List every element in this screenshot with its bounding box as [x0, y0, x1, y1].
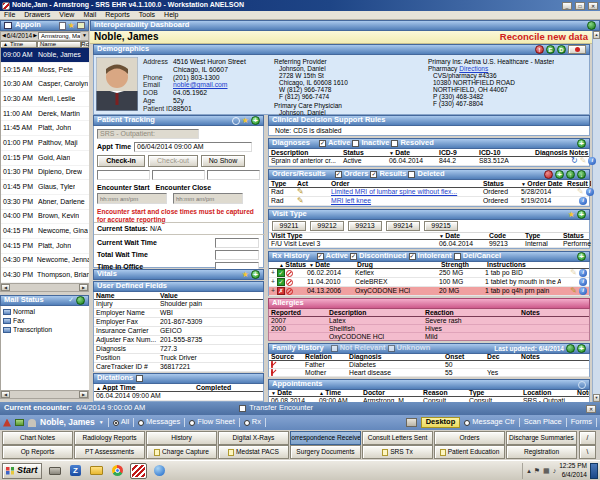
edit-icon[interactable] — [570, 269, 577, 277]
chrome-icon[interactable] — [109, 463, 126, 479]
encounter-close-input[interactable] — [173, 193, 243, 204]
visit-code-button[interactable]: 99211 — [272, 221, 306, 231]
tray-flag-icon[interactable]: ⚑ — [534, 467, 540, 475]
appointment-row[interactable]: 04:15 PMPlatt, John — [1, 239, 89, 254]
appointment-row[interactable]: 10:30 AMCasper, Carolyn — [1, 77, 89, 92]
col-header[interactable]: Order — [329, 180, 481, 188]
tray-volume-icon[interactable]: ♪ — [553, 467, 557, 475]
tab-digital-xrays[interactable]: Digital X-Rays — [218, 431, 289, 445]
tab-radiology-reports[interactable]: Radiology Reports — [74, 431, 145, 445]
edit-icon[interactable] — [580, 157, 587, 165]
appointment-row[interactable]: 09:00 AMNoble, James — [1, 48, 89, 63]
visit-code-button[interactable]: 99212 — [310, 221, 344, 231]
check-out-button[interactable]: Check-out — [148, 155, 198, 167]
appointment-row[interactable]: 04:30 PMThompson, Brian — [1, 268, 89, 283]
col-header[interactable]: Status — [481, 180, 519, 188]
next-day-button[interactable]: ▶ — [33, 33, 37, 39]
tab-backslash[interactable]: \ — [579, 445, 596, 459]
tab-patient-education[interactable]: Patient Education — [434, 445, 505, 459]
filter-all[interactable]: All — [113, 418, 129, 427]
reconcile-indicator-button[interactable] — [568, 45, 586, 54]
minimize-button[interactable]: _ — [562, 2, 572, 10]
appointment-row[interactable]: 10:30 AMMerli, Leslie — [1, 92, 89, 107]
udf-row[interactable]: Diagnosis727.3 — [94, 345, 263, 354]
appointment-row[interactable]: 03:30 PMAbner, Darlene — [1, 195, 89, 210]
rx-row[interactable]: 06.02.2014 Keflex 250 MG 1 tab po BID — [269, 269, 589, 278]
menu-drawers[interactable]: Drawers — [24, 11, 50, 19]
udf-row[interactable]: Insurance CarrierGEICO — [94, 327, 263, 336]
allergy-row[interactable]: OxyCODONE HCl Mild — [269, 333, 589, 341]
menu-file[interactable]: File — [4, 11, 15, 19]
filter-active-checkbox[interactable] — [317, 253, 324, 260]
history-sync-icon[interactable] — [566, 344, 575, 353]
start-button[interactable]: Start — [2, 463, 42, 479]
tab-chart-notes[interactable]: Chart Notes — [2, 431, 73, 445]
priority-icon[interactable] — [242, 117, 249, 125]
family-history-row[interactable]: Mother Heart disease 55 Yes — [269, 369, 589, 377]
import-icon[interactable]: ↑ — [566, 170, 575, 179]
tracking-field-3[interactable] — [207, 170, 260, 180]
order-link[interactable]: MRI left knee — [329, 197, 481, 205]
filter-delcancel-checkbox[interactable] — [454, 253, 461, 260]
encounter-start-input[interactable] — [97, 193, 167, 204]
scroll-left-icon[interactable]: ◀ — [1, 391, 10, 398]
add-icon[interactable] — [251, 116, 260, 125]
filter-orders-checkbox[interactable] — [335, 171, 342, 178]
tab-discharge-summaries[interactable]: Discharge Summaries — [506, 431, 577, 445]
col-header[interactable]: ICD-10 — [477, 149, 533, 157]
edit-icon[interactable] — [577, 188, 584, 196]
tracking-field-1[interactable] — [97, 170, 150, 180]
info-icon[interactable] — [579, 269, 587, 277]
internet-explorer-icon[interactable] — [151, 463, 168, 479]
info-icon[interactable] — [588, 157, 596, 165]
filter-intolerant-checkbox[interactable] — [409, 253, 416, 260]
folder-icon[interactable] — [15, 419, 24, 426]
info-icon[interactable] — [586, 188, 594, 196]
filter-inactive-checkbox[interactable] — [352, 140, 359, 147]
edit-icon[interactable] — [297, 188, 304, 196]
scroll-up-icon[interactable]: ▲ — [593, 31, 600, 39]
message-ctr-tab[interactable]: Message Ctr — [464, 418, 515, 427]
menu-tools[interactable]: Tools — [139, 11, 155, 19]
info-icon[interactable] — [579, 287, 587, 295]
appointment-row[interactable]: 01:30 PMDipieno, Drew — [1, 166, 89, 181]
srs-app-icon[interactable] — [130, 463, 147, 479]
tab-medstat-pacs[interactable]: Medstat PACS — [218, 445, 289, 459]
export-icon[interactable]: ↓ — [577, 170, 586, 179]
folder-icon[interactable] — [88, 463, 105, 479]
filter-messages[interactable]: Messages — [138, 418, 180, 427]
rx-row-intolerant[interactable]: 04.13.2006 OxyCODONE HCl 20 MG 1 tab po … — [269, 287, 589, 296]
col-header[interactable]: Description — [269, 149, 341, 157]
col-header[interactable]: ICD-9 — [437, 149, 477, 157]
filter-discontinued-checkbox[interactable] — [350, 253, 357, 260]
filter-results-checkbox[interactable] — [370, 171, 377, 178]
visit-code-button[interactable]: 99215 — [424, 221, 458, 231]
col-header[interactable]: Order Date — [519, 180, 565, 188]
col-header[interactable]: Reported — [269, 309, 327, 317]
refresh-icon[interactable] — [578, 381, 586, 389]
transfer-encounter-checkbox[interactable] — [239, 405, 246, 412]
col-header[interactable]: Act — [295, 180, 329, 188]
mail-status-item[interactable]: Transcription — [3, 325, 87, 334]
user-icon[interactable] — [28, 419, 36, 427]
close-encounter-icon[interactable]: ✕ — [586, 405, 596, 413]
clock-icon[interactable] — [232, 117, 240, 125]
col-header[interactable]: Strength — [439, 261, 485, 269]
desktop-monitor-icon[interactable] — [406, 418, 417, 427]
eligibility-status-icon[interactable]: E — [546, 45, 555, 54]
main-vscrollbar[interactable]: ▲ ▼ — [592, 31, 600, 402]
maximize-button[interactable]: □ — [575, 2, 585, 10]
appointment-row[interactable]: 11:00 AMDerek, Martin — [1, 107, 89, 122]
col-header[interactable]: Date — [269, 389, 317, 397]
col-header[interactable]: Status — [277, 261, 307, 269]
provider-dropdown[interactable]: Armstrong, Max — [38, 32, 81, 40]
tab-consult-letters-sent[interactable]: Consult Letters Sent — [362, 431, 433, 445]
filter-resolved-checkbox[interactable] — [391, 140, 398, 147]
add-diagnosis-icon[interactable] — [577, 139, 586, 148]
appointment-row[interactable]: 01:00 PMPalthov, Maji — [1, 136, 89, 151]
add-visit-icon[interactable] — [577, 210, 586, 219]
col-header[interactable]: Time — [317, 389, 361, 397]
col-header[interactable]: Diagnosis Notes — [533, 149, 591, 157]
tracking-location-field[interactable]: SRS - Outpatient: — [97, 129, 199, 139]
appt-time-field[interactable]: 06/04/2014 09:00 AM — [134, 142, 252, 152]
